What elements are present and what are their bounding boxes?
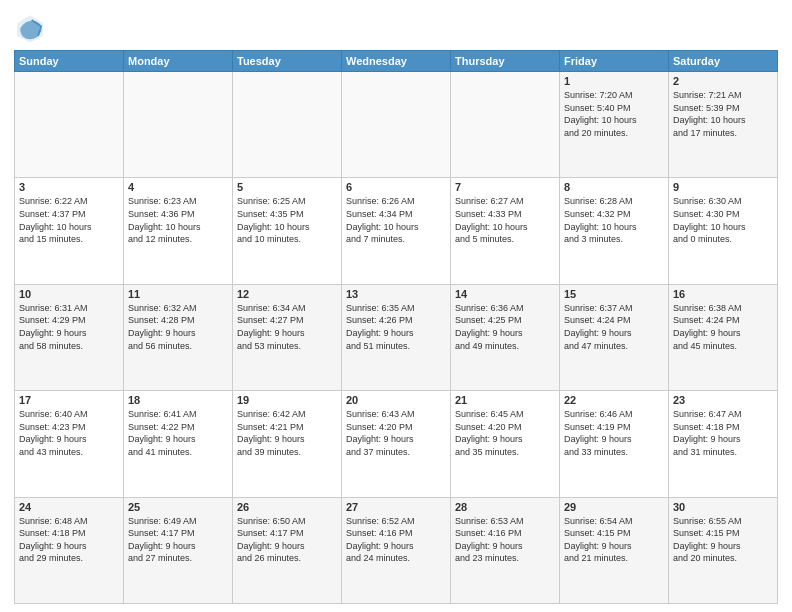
calendar-cell: 16Sunrise: 6:38 AM Sunset: 4:24 PM Dayli… <box>669 284 778 390</box>
day-info: Sunrise: 6:27 AM Sunset: 4:33 PM Dayligh… <box>455 195 555 245</box>
day-info: Sunrise: 6:43 AM Sunset: 4:20 PM Dayligh… <box>346 408 446 458</box>
day-info: Sunrise: 6:53 AM Sunset: 4:16 PM Dayligh… <box>455 515 555 565</box>
calendar-cell: 4Sunrise: 6:23 AM Sunset: 4:36 PM Daylig… <box>124 178 233 284</box>
calendar-cell: 25Sunrise: 6:49 AM Sunset: 4:17 PM Dayli… <box>124 497 233 603</box>
day-info: Sunrise: 6:30 AM Sunset: 4:30 PM Dayligh… <box>673 195 773 245</box>
day-info: Sunrise: 6:35 AM Sunset: 4:26 PM Dayligh… <box>346 302 446 352</box>
day-number: 1 <box>564 75 664 87</box>
calendar-cell: 11Sunrise: 6:32 AM Sunset: 4:28 PM Dayli… <box>124 284 233 390</box>
day-info: Sunrise: 6:32 AM Sunset: 4:28 PM Dayligh… <box>128 302 228 352</box>
day-info: Sunrise: 6:37 AM Sunset: 4:24 PM Dayligh… <box>564 302 664 352</box>
day-info: Sunrise: 6:48 AM Sunset: 4:18 PM Dayligh… <box>19 515 119 565</box>
day-number: 17 <box>19 394 119 406</box>
calendar-cell: 26Sunrise: 6:50 AM Sunset: 4:17 PM Dayli… <box>233 497 342 603</box>
day-number: 10 <box>19 288 119 300</box>
day-info: Sunrise: 6:54 AM Sunset: 4:15 PM Dayligh… <box>564 515 664 565</box>
calendar-week-row: 3Sunrise: 6:22 AM Sunset: 4:37 PM Daylig… <box>15 178 778 284</box>
calendar-cell: 30Sunrise: 6:55 AM Sunset: 4:15 PM Dayli… <box>669 497 778 603</box>
day-info: Sunrise: 6:49 AM Sunset: 4:17 PM Dayligh… <box>128 515 228 565</box>
day-info: Sunrise: 6:41 AM Sunset: 4:22 PM Dayligh… <box>128 408 228 458</box>
day-info: Sunrise: 6:26 AM Sunset: 4:34 PM Dayligh… <box>346 195 446 245</box>
day-info: Sunrise: 6:52 AM Sunset: 4:16 PM Dayligh… <box>346 515 446 565</box>
calendar-week-row: 24Sunrise: 6:48 AM Sunset: 4:18 PM Dayli… <box>15 497 778 603</box>
calendar-cell: 28Sunrise: 6:53 AM Sunset: 4:16 PM Dayli… <box>451 497 560 603</box>
day-number: 15 <box>564 288 664 300</box>
day-number: 23 <box>673 394 773 406</box>
day-number: 5 <box>237 181 337 193</box>
calendar-cell: 21Sunrise: 6:45 AM Sunset: 4:20 PM Dayli… <box>451 391 560 497</box>
calendar-cell: 7Sunrise: 6:27 AM Sunset: 4:33 PM Daylig… <box>451 178 560 284</box>
day-info: Sunrise: 7:21 AM Sunset: 5:39 PM Dayligh… <box>673 89 773 139</box>
calendar-cell <box>451 72 560 178</box>
calendar-cell: 8Sunrise: 6:28 AM Sunset: 4:32 PM Daylig… <box>560 178 669 284</box>
calendar-week-row: 17Sunrise: 6:40 AM Sunset: 4:23 PM Dayli… <box>15 391 778 497</box>
calendar-cell: 2Sunrise: 7:21 AM Sunset: 5:39 PM Daylig… <box>669 72 778 178</box>
day-number: 13 <box>346 288 446 300</box>
calendar-day-header: Monday <box>124 51 233 72</box>
day-number: 7 <box>455 181 555 193</box>
calendar-table: SundayMondayTuesdayWednesdayThursdayFrid… <box>14 50 778 604</box>
calendar-cell: 6Sunrise: 6:26 AM Sunset: 4:34 PM Daylig… <box>342 178 451 284</box>
day-info: Sunrise: 6:23 AM Sunset: 4:36 PM Dayligh… <box>128 195 228 245</box>
calendar-cell: 5Sunrise: 6:25 AM Sunset: 4:35 PM Daylig… <box>233 178 342 284</box>
day-info: Sunrise: 6:25 AM Sunset: 4:35 PM Dayligh… <box>237 195 337 245</box>
calendar-cell: 27Sunrise: 6:52 AM Sunset: 4:16 PM Dayli… <box>342 497 451 603</box>
day-number: 26 <box>237 501 337 513</box>
day-info: Sunrise: 6:47 AM Sunset: 4:18 PM Dayligh… <box>673 408 773 458</box>
day-number: 29 <box>564 501 664 513</box>
calendar-cell: 22Sunrise: 6:46 AM Sunset: 4:19 PM Dayli… <box>560 391 669 497</box>
day-number: 8 <box>564 181 664 193</box>
day-number: 27 <box>346 501 446 513</box>
calendar-cell <box>342 72 451 178</box>
calendar-cell: 17Sunrise: 6:40 AM Sunset: 4:23 PM Dayli… <box>15 391 124 497</box>
day-number: 9 <box>673 181 773 193</box>
day-info: Sunrise: 6:46 AM Sunset: 4:19 PM Dayligh… <box>564 408 664 458</box>
calendar-day-header: Thursday <box>451 51 560 72</box>
header <box>14 10 778 44</box>
calendar-header-row: SundayMondayTuesdayWednesdayThursdayFrid… <box>15 51 778 72</box>
day-number: 24 <box>19 501 119 513</box>
day-number: 16 <box>673 288 773 300</box>
calendar-week-row: 1Sunrise: 7:20 AM Sunset: 5:40 PM Daylig… <box>15 72 778 178</box>
calendar-day-header: Wednesday <box>342 51 451 72</box>
day-info: Sunrise: 6:40 AM Sunset: 4:23 PM Dayligh… <box>19 408 119 458</box>
day-number: 25 <box>128 501 228 513</box>
day-number: 2 <box>673 75 773 87</box>
day-info: Sunrise: 6:45 AM Sunset: 4:20 PM Dayligh… <box>455 408 555 458</box>
calendar-cell: 18Sunrise: 6:41 AM Sunset: 4:22 PM Dayli… <box>124 391 233 497</box>
day-info: Sunrise: 6:28 AM Sunset: 4:32 PM Dayligh… <box>564 195 664 245</box>
day-info: Sunrise: 6:55 AM Sunset: 4:15 PM Dayligh… <box>673 515 773 565</box>
day-number: 28 <box>455 501 555 513</box>
day-info: Sunrise: 7:20 AM Sunset: 5:40 PM Dayligh… <box>564 89 664 139</box>
day-number: 11 <box>128 288 228 300</box>
day-number: 21 <box>455 394 555 406</box>
calendar-cell: 24Sunrise: 6:48 AM Sunset: 4:18 PM Dayli… <box>15 497 124 603</box>
day-number: 6 <box>346 181 446 193</box>
day-info: Sunrise: 6:31 AM Sunset: 4:29 PM Dayligh… <box>19 302 119 352</box>
day-info: Sunrise: 6:36 AM Sunset: 4:25 PM Dayligh… <box>455 302 555 352</box>
calendar-cell: 13Sunrise: 6:35 AM Sunset: 4:26 PM Dayli… <box>342 284 451 390</box>
day-info: Sunrise: 6:34 AM Sunset: 4:27 PM Dayligh… <box>237 302 337 352</box>
calendar-cell <box>233 72 342 178</box>
calendar-cell: 10Sunrise: 6:31 AM Sunset: 4:29 PM Dayli… <box>15 284 124 390</box>
calendar-cell: 20Sunrise: 6:43 AM Sunset: 4:20 PM Dayli… <box>342 391 451 497</box>
day-info: Sunrise: 6:38 AM Sunset: 4:24 PM Dayligh… <box>673 302 773 352</box>
day-number: 18 <box>128 394 228 406</box>
day-number: 30 <box>673 501 773 513</box>
calendar-cell <box>124 72 233 178</box>
calendar-cell: 19Sunrise: 6:42 AM Sunset: 4:21 PM Dayli… <box>233 391 342 497</box>
calendar-cell: 14Sunrise: 6:36 AM Sunset: 4:25 PM Dayli… <box>451 284 560 390</box>
day-info: Sunrise: 6:42 AM Sunset: 4:21 PM Dayligh… <box>237 408 337 458</box>
logo-icon <box>14 12 46 44</box>
calendar-cell <box>15 72 124 178</box>
day-info: Sunrise: 6:50 AM Sunset: 4:17 PM Dayligh… <box>237 515 337 565</box>
calendar-day-header: Sunday <box>15 51 124 72</box>
calendar-cell: 29Sunrise: 6:54 AM Sunset: 4:15 PM Dayli… <box>560 497 669 603</box>
calendar-cell: 15Sunrise: 6:37 AM Sunset: 4:24 PM Dayli… <box>560 284 669 390</box>
logo <box>14 12 50 44</box>
day-number: 19 <box>237 394 337 406</box>
calendar-cell: 1Sunrise: 7:20 AM Sunset: 5:40 PM Daylig… <box>560 72 669 178</box>
day-number: 3 <box>19 181 119 193</box>
day-number: 22 <box>564 394 664 406</box>
day-info: Sunrise: 6:22 AM Sunset: 4:37 PM Dayligh… <box>19 195 119 245</box>
